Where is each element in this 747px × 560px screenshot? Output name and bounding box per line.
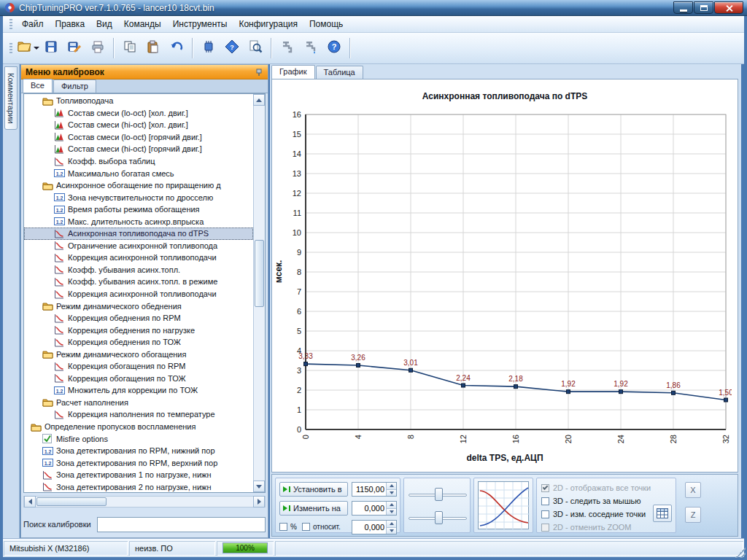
curve-preview-icon[interactable]	[478, 481, 529, 529]
tree-item[interactable]: Ограничение асинхронной топливопода	[24, 240, 253, 252]
scroll-left-button[interactable]	[24, 496, 36, 508]
option-0[interactable]: 2D - отображать все точки	[541, 482, 651, 494]
filter-tab-0[interactable]: Все	[23, 79, 53, 93]
maximize-button[interactable]	[694, 1, 713, 14]
relative-option[interactable]: относит.	[302, 523, 341, 531]
slider-thumb[interactable]	[435, 488, 443, 501]
option-3[interactable]: 2D - отменить ZOOM	[541, 521, 631, 533]
toolbar-save-button[interactable]	[39, 36, 63, 60]
toolbar-identify-button[interactable]: ?	[220, 36, 244, 60]
tree-item[interactable]: Состав смеси (hi-oct) [хол. двиг.]	[24, 119, 253, 131]
tree-item[interactable]: 1.2Зона нечувствительности по дросселю	[24, 191, 253, 203]
menu-grip[interactable]	[9, 19, 12, 30]
tree-vertical-scrollbar[interactable]	[253, 94, 265, 492]
horizontal-scroll-thumb[interactable]	[36, 497, 107, 506]
menu-item-1[interactable]: Правка	[50, 17, 91, 31]
tree-item[interactable]: Топливоподача	[24, 95, 253, 107]
tree-item[interactable]: Коррекция обогащения по ТОЖ	[24, 373, 253, 385]
tree-item[interactable]: Коэфф. убывания асинх.топл.	[24, 264, 253, 276]
spin-up-button[interactable]	[387, 483, 396, 490]
scroll-up-button[interactable]	[253, 94, 265, 106]
tree-item[interactable]: 1.2Максимально богатая смесь	[24, 167, 253, 179]
tree-item[interactable]: 1.2Время работы режима обогащения	[24, 203, 253, 216]
tree-item[interactable]: Коррекция асинхронной топливоподачи	[24, 252, 253, 264]
tree-item[interactable]: Коэфф. убывания асинх.топл. в режиме	[24, 276, 253, 288]
set-value-input[interactable]	[352, 483, 386, 496]
tree-item[interactable]: Зона детектирования 1 по нагрузке, нижн	[24, 469, 253, 481]
tree-item[interactable]: Коррекция обогащения по RPM	[24, 360, 253, 373]
view-tab-0[interactable]: График	[271, 65, 315, 79]
toolbar-open-button[interactable]	[16, 36, 39, 60]
tree-item[interactable]: 1.2Зона детектирования по RPM, верхний п…	[24, 456, 253, 469]
vertical-scroll-thumb[interactable]	[255, 240, 264, 307]
tree-item[interactable]: Коррекция асинхронной топливоподачи	[24, 288, 253, 300]
calibration-search-input[interactable]	[97, 517, 266, 532]
comments-tab[interactable]: Комментарии	[4, 66, 18, 130]
tree-item[interactable]: Коррекция обеднения по RPM	[24, 312, 253, 324]
tree-item[interactable]: Состав смеси (hi-oct) [горячий двиг.]	[24, 143, 253, 155]
set-value-button[interactable]: Установить в	[279, 482, 348, 497]
menu-item-5[interactable]: Конфигурация	[233, 17, 303, 31]
tree-item[interactable]: Состав смеси (lo-oct) [хол. двиг.]	[24, 107, 253, 120]
pin-icon[interactable]	[255, 68, 263, 77]
resize-grip[interactable]	[735, 548, 746, 558]
toolbar-copy-button[interactable]	[118, 36, 142, 60]
slider-thumb[interactable]	[435, 511, 443, 524]
filter-tab-1[interactable]: Фильтр	[53, 79, 96, 93]
tree-item[interactable]: Асинхронная топливоподача по dTPS	[24, 228, 253, 240]
spin-up-button[interactable]	[387, 521, 396, 528]
view-tab-1[interactable]: Таблица	[316, 66, 363, 79]
chart-plot[interactable]: 0123456789101112131415160481216202428323…	[279, 109, 732, 451]
relative-input[interactable]	[352, 521, 386, 534]
menu-item-4[interactable]: Инструменты	[167, 17, 233, 31]
checkbox-icon[interactable]	[541, 497, 549, 505]
dropdown-arrow-icon[interactable]	[34, 47, 39, 50]
z-axis-button[interactable]: Z	[685, 507, 701, 523]
tree-item[interactable]: Коррекция наполнения по температуре	[24, 408, 253, 421]
tree-item[interactable]: Зона детектирования 2 по нагрузке, нижн	[24, 481, 253, 493]
tree-item[interactable]: Определение пропусков воспламенения	[24, 421, 253, 433]
grid-edit-button[interactable]	[653, 505, 672, 522]
option-1[interactable]: 3D - следить за мышью	[541, 495, 641, 507]
spin-down-button[interactable]	[387, 528, 396, 534]
rotation-slider-2[interactable]	[409, 510, 467, 525]
tree-item[interactable]: Коррекция обеднения по нагрузке	[24, 324, 253, 336]
x-axis-button[interactable]: X	[685, 482, 701, 498]
toolbar-paste-button[interactable]	[142, 36, 165, 60]
scroll-right-button[interactable]	[253, 496, 265, 508]
menu-item-2[interactable]: Вид	[90, 17, 118, 31]
toolbar-view-hex-button[interactable]	[244, 36, 267, 60]
toolbar-print-button[interactable]	[86, 36, 109, 60]
checkbox-icon[interactable]	[541, 524, 549, 532]
tree-item[interactable]: 1.2Макс. длительность асинхр.впрыска	[24, 215, 253, 228]
tree-item[interactable]: Расчет наполнения	[24, 397, 253, 409]
menu-item-0[interactable]: Файл	[16, 17, 50, 31]
rotation-slider-1[interactable]	[409, 487, 467, 502]
checkbox-icon[interactable]	[541, 510, 549, 518]
close-button[interactable]	[714, 1, 743, 14]
change-value-button[interactable]: Изменить на	[279, 501, 348, 516]
spin-down-button[interactable]	[387, 490, 396, 497]
percent-option[interactable]: %	[279, 523, 297, 531]
tree-item[interactable]: Режим динамического обогащения	[24, 348, 253, 360]
checkbox-icon[interactable]	[541, 484, 549, 492]
tree-item[interactable]: Асинхронное обогащение по приращению д	[24, 179, 253, 192]
toolbar-help-button[interactable]: ?	[322, 36, 346, 60]
tree-item[interactable]: Состав смеси (lo-oct) [горячий двиг.]	[24, 131, 253, 144]
tree-item[interactable]: Коррекция обеднения по ТОЖ	[24, 336, 253, 349]
tree-item[interactable]: Misfire options	[24, 432, 253, 445]
tree-item[interactable]: 1.2Множитель для коррекции по ТОЖ	[24, 384, 253, 397]
tree-horizontal-scrollbar[interactable]	[23, 496, 266, 508]
tree-item[interactable]: Режим динамического обеднения	[24, 300, 253, 312]
toolbar-flow-blue-button[interactable]	[299, 36, 322, 60]
checkbox-icon[interactable]	[279, 523, 287, 531]
change-value-input[interactable]	[352, 502, 386, 515]
menu-item-6[interactable]: Помощь	[303, 17, 349, 31]
toolbar-connect-button[interactable]	[197, 36, 220, 60]
tree-item[interactable]: Коэфф. выбора таблиц	[24, 155, 253, 168]
minimize-button[interactable]	[673, 1, 693, 14]
spin-down-button[interactable]	[387, 509, 396, 516]
toolbar-save-as-button[interactable]	[63, 36, 86, 60]
scroll-down-button[interactable]	[253, 481, 265, 492]
tree-item[interactable]: 1.2Зона детектирования по RPM, нижний по…	[24, 445, 253, 457]
